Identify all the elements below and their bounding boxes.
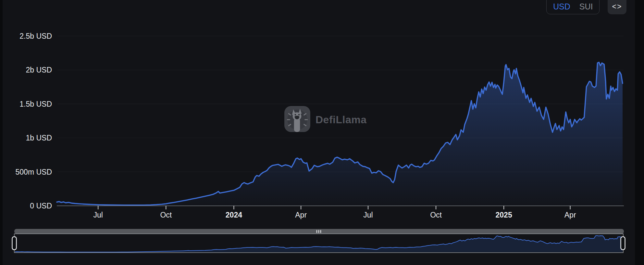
y-axis-label: 1.5b USD bbox=[19, 100, 52, 108]
x-axis-label: Apr bbox=[295, 211, 307, 219]
x-axis-label: 2024 bbox=[226, 211, 242, 219]
currency-usd-button[interactable]: USD bbox=[550, 1, 574, 13]
currency-toggle: USD SUI bbox=[546, 0, 600, 14]
brush-area-fill bbox=[15, 236, 623, 252]
tvl-area-fill bbox=[57, 62, 623, 206]
x-axis-label: Jul bbox=[93, 211, 103, 219]
y-axis-label: 2b USD bbox=[26, 66, 52, 74]
brush-grip-icon[interactable] bbox=[320, 230, 321, 233]
embed-code-button[interactable]: <> bbox=[608, 0, 626, 14]
x-axis-label: Oct bbox=[430, 211, 442, 219]
y-axis-label: 500m USD bbox=[16, 168, 52, 176]
brush-left-handle[interactable] bbox=[12, 237, 17, 250]
currency-sui-button[interactable]: SUI bbox=[576, 1, 596, 13]
defillama-tvl-chart-page: JulOct2024AprJulOct2025Apr0 USD500m USD1… bbox=[0, 0, 644, 265]
brush-grip-icon[interactable] bbox=[316, 230, 317, 233]
x-axis-label: 2025 bbox=[496, 211, 512, 219]
x-axis-label: Jul bbox=[363, 211, 373, 219]
y-axis-label: 2.5b USD bbox=[19, 32, 52, 40]
tvl-area-chart[interactable]: JulOct2024AprJulOct2025Apr0 USD500m USD1… bbox=[0, 0, 644, 265]
brush-right-handle[interactable] bbox=[621, 237, 625, 250]
y-axis-label: 1b USD bbox=[26, 134, 52, 142]
x-axis-label: Apr bbox=[564, 211, 576, 219]
brush-grip-icon[interactable] bbox=[318, 230, 319, 233]
code-icon: <> bbox=[612, 2, 622, 11]
y-axis-label: 0 USD bbox=[30, 202, 52, 210]
x-axis-label: Oct bbox=[160, 211, 172, 219]
